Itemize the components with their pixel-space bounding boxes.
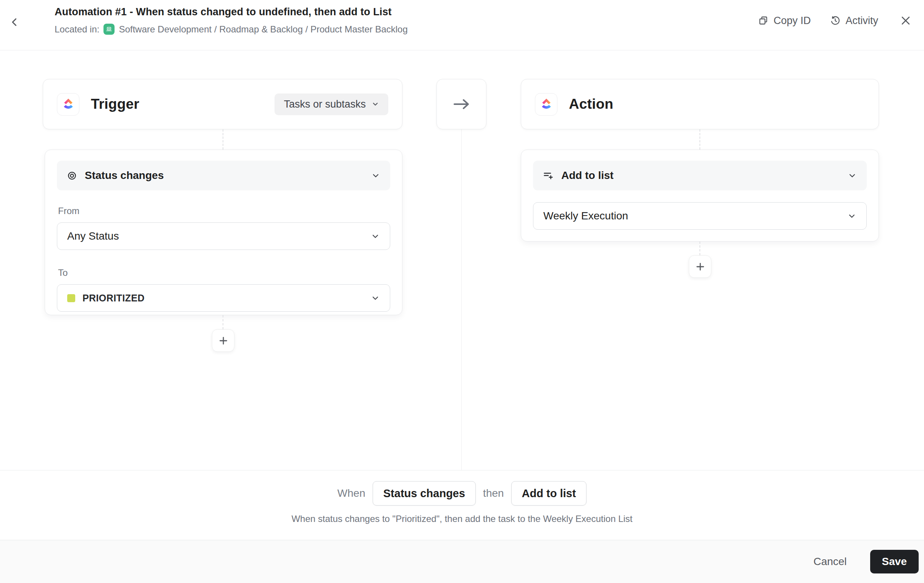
plus-icon bbox=[695, 261, 706, 272]
automation-title: Automation #1 - When status changed to u… bbox=[54, 6, 408, 18]
action-card-title: Action bbox=[569, 96, 613, 112]
add-action-button[interactable] bbox=[689, 255, 711, 278]
trigger-to-action-card bbox=[436, 79, 487, 129]
action-plus-connector-line bbox=[700, 242, 700, 255]
action-config-card: Add to list Weekly Execution bbox=[521, 150, 879, 242]
to-status-dropdown[interactable]: PRIORITIZED bbox=[57, 284, 390, 312]
summary-trigger-chip[interactable]: Status changes bbox=[373, 481, 476, 506]
action-connector-line bbox=[700, 129, 700, 150]
modal-header: Automation #1 - When status changed to u… bbox=[0, 0, 924, 50]
activity-label: Activity bbox=[845, 15, 878, 27]
plus-icon bbox=[218, 335, 229, 346]
clickup-logo-icon bbox=[57, 93, 79, 115]
canvas-divider bbox=[461, 129, 462, 470]
arrow-right-icon bbox=[452, 98, 471, 110]
to-label: To bbox=[58, 267, 390, 278]
from-status-dropdown[interactable]: Any Status bbox=[57, 222, 390, 250]
trigger-card: Trigger Tasks or subtasks bbox=[43, 79, 403, 129]
trigger-config-card: Status changes From Any Status To PRIORI… bbox=[45, 150, 403, 315]
clickup-logo-icon bbox=[535, 93, 558, 115]
action-type-dropdown[interactable]: Add to list bbox=[533, 161, 867, 190]
automation-canvas: Trigger Tasks or subtasks Status changes bbox=[0, 50, 924, 470]
chevron-down-icon bbox=[371, 293, 380, 303]
activity-button[interactable]: Activity bbox=[830, 15, 878, 27]
chevron-left-icon bbox=[9, 17, 20, 28]
from-status-value: Any Status bbox=[67, 230, 119, 242]
chevron-down-icon bbox=[371, 100, 379, 108]
automation-summary: When Status changes then Add to list Whe… bbox=[0, 470, 924, 540]
trigger-condition-dropdown[interactable]: Status changes bbox=[57, 161, 390, 190]
action-type-value: Add to list bbox=[561, 170, 614, 182]
to-status-value: PRIORITIZED bbox=[82, 293, 145, 304]
chevron-down-icon bbox=[847, 211, 856, 221]
from-label: From bbox=[58, 206, 390, 216]
when-label: When bbox=[338, 487, 365, 499]
close-button[interactable] bbox=[897, 12, 914, 29]
scope-value: Tasks or subtasks bbox=[284, 99, 366, 110]
automation-editor-modal: Automation #1 - When status changed to u… bbox=[0, 0, 924, 583]
save-button[interactable]: Save bbox=[870, 550, 919, 573]
back-button[interactable] bbox=[6, 14, 23, 31]
chevron-down-icon bbox=[848, 171, 857, 180]
history-clock-icon bbox=[830, 15, 840, 26]
modal-footer: Cancel Save bbox=[0, 540, 924, 583]
add-trigger-condition-button[interactable] bbox=[212, 329, 234, 352]
status-color-swatch bbox=[67, 294, 75, 302]
copy-icon bbox=[758, 15, 769, 26]
trigger-condition-value: Status changes bbox=[85, 170, 164, 182]
target-icon bbox=[67, 171, 77, 181]
then-label: then bbox=[483, 487, 504, 499]
space-icon bbox=[104, 24, 115, 35]
breadcrumb: Located in: Software Development / Roadm… bbox=[54, 24, 408, 35]
chevron-down-icon bbox=[371, 232, 380, 241]
trigger-card-title: Trigger bbox=[91, 96, 139, 112]
list-add-icon bbox=[543, 170, 554, 181]
summary-trigger-chip-label: Status changes bbox=[383, 487, 465, 500]
trigger-plus-connector-line bbox=[223, 315, 223, 329]
action-card: Action bbox=[521, 79, 879, 129]
trigger-scope-dropdown[interactable]: Tasks or subtasks bbox=[274, 94, 388, 115]
breadcrumb-path: Software Development / Roadmap & Backlog… bbox=[119, 24, 408, 35]
cancel-button[interactable]: Cancel bbox=[808, 552, 852, 571]
target-list-dropdown[interactable]: Weekly Execution bbox=[533, 202, 867, 230]
chevron-down-icon bbox=[371, 171, 380, 180]
summary-action-chip-label: Add to list bbox=[522, 487, 576, 500]
close-icon bbox=[900, 15, 911, 26]
summary-action-chip[interactable]: Add to list bbox=[511, 481, 587, 506]
copy-id-button[interactable]: Copy ID bbox=[758, 15, 811, 27]
target-list-value: Weekly Execution bbox=[543, 210, 628, 222]
copy-id-label: Copy ID bbox=[774, 15, 811, 27]
trigger-connector-line bbox=[223, 129, 223, 150]
located-in-label: Located in: bbox=[54, 24, 99, 35]
summary-description: When status changes to "Prioritized", th… bbox=[0, 514, 924, 524]
